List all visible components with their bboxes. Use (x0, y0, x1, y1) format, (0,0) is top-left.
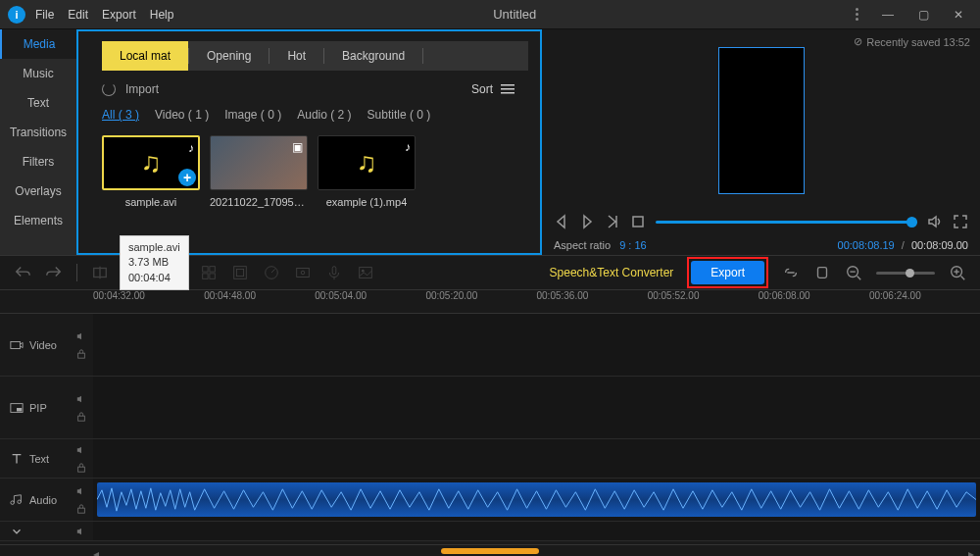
mute-icon[interactable] (76, 527, 86, 536)
menu-file[interactable]: File (35, 8, 54, 22)
svg-rect-18 (818, 268, 827, 278)
split-button[interactable] (91, 264, 109, 281)
chevron-down-icon[interactable] (10, 525, 24, 538)
progress-bar[interactable] (656, 221, 917, 224)
media-thumb-video[interactable]: ▣ 20211022_170955... (210, 135, 308, 208)
refresh-icon[interactable] (102, 82, 116, 96)
sidebar-item-music[interactable]: Music (0, 59, 76, 88)
track-body[interactable] (93, 377, 980, 438)
svg-rect-27 (77, 353, 84, 358)
audio-waveform[interactable] (97, 482, 976, 517)
window-close-button[interactable]: ✕ (945, 5, 972, 25)
lock-icon[interactable] (76, 412, 86, 422)
category-tab-local[interactable]: Local mat (102, 41, 188, 71)
menu-export[interactable]: Export (102, 8, 136, 22)
filter-image[interactable]: Image ( 0 ) (224, 108, 281, 122)
link-button[interactable] (782, 264, 800, 281)
sidebar-item-text[interactable]: Text (0, 88, 76, 118)
undo-button[interactable] (14, 264, 31, 281)
track-audio[interactable]: Audio (0, 479, 980, 522)
filter-audio[interactable]: Audio ( 2 ) (297, 108, 351, 122)
play-button[interactable] (579, 214, 595, 229)
picture-button[interactable] (357, 264, 374, 281)
fullscreen-icon[interactable] (953, 214, 968, 229)
scroll-right-icon[interactable]: ▸ (968, 547, 974, 556)
track-pip[interactable]: PIP (0, 377, 980, 439)
speed-button[interactable] (263, 264, 280, 281)
time-duration: 00:08:09.00 (911, 239, 968, 251)
category-tab-opening[interactable]: Opening (189, 41, 269, 71)
add-to-timeline-button[interactable]: + (178, 169, 196, 186)
sidebar: Media Music Text Transitions Filters Ove… (0, 29, 76, 255)
svg-point-14 (301, 271, 305, 275)
media-thumb-sample[interactable]: ♫ ♪ + sample.avi (102, 135, 200, 208)
window-minimize-button[interactable]: — (874, 5, 902, 25)
lock-icon[interactable] (76, 463, 86, 473)
speech-text-converter-button[interactable]: Speech&Text Converter (550, 266, 674, 279)
mute-icon[interactable] (76, 394, 86, 404)
category-tab-hot[interactable]: Hot (270, 41, 323, 71)
export-button[interactable]: Export (691, 261, 764, 284)
track-body[interactable] (93, 479, 980, 521)
filter-video[interactable]: Video ( 1 ) (155, 108, 209, 122)
check-icon: ⊘ (854, 35, 862, 48)
scroll-left-icon[interactable]: ◂ (93, 547, 99, 556)
voice-button[interactable] (325, 264, 343, 281)
saved-badge: ⊘ Recently saved 13:52 (854, 35, 970, 48)
horizontal-scrollbar[interactable]: ◂ ▸ (0, 544, 980, 556)
freeze-button[interactable] (231, 264, 249, 281)
import-button[interactable]: Import (125, 82, 159, 96)
sort-button[interactable]: Sort (471, 82, 516, 96)
zoom-button[interactable] (294, 264, 312, 281)
zoom-out-button[interactable] (845, 264, 862, 281)
media-thumb-example[interactable]: ♫ ♪ example (1).mp4 (318, 135, 416, 208)
filter-subtitle[interactable]: Subtitle ( 0 ) (368, 108, 431, 122)
lock-icon[interactable] (76, 349, 86, 359)
track-text[interactable]: Text (0, 439, 980, 479)
media-panel: Local mat Opening Hot Background Import … (76, 29, 542, 255)
next-button[interactable] (605, 214, 620, 229)
zoom-knob[interactable] (906, 269, 914, 278)
menu-help[interactable]: Help (150, 8, 174, 22)
mute-icon[interactable] (76, 331, 86, 341)
prev-button[interactable] (554, 214, 569, 229)
window-maximize-button[interactable]: ▢ (909, 5, 937, 25)
svg-rect-26 (11, 341, 21, 348)
zoom-slider[interactable] (876, 272, 935, 275)
sidebar-item-elements[interactable]: Elements (0, 206, 76, 235)
track-body[interactable] (93, 439, 980, 478)
svg-rect-31 (77, 467, 84, 472)
mute-icon[interactable] (76, 486, 86, 496)
timeline-ruler[interactable]: 00:04:32.00 00:04:48.00 00:05:04.00 00:0… (0, 290, 980, 314)
svg-rect-15 (332, 267, 336, 275)
filter-all[interactable]: All ( 3 ) (102, 108, 139, 122)
sidebar-item-overlays[interactable]: Overlays (0, 177, 76, 206)
redo-button[interactable] (45, 264, 63, 281)
mute-icon[interactable] (76, 445, 86, 455)
sidebar-item-transitions[interactable]: Transitions (0, 118, 76, 147)
mosaic-button[interactable] (200, 264, 218, 281)
marker-button[interactable] (813, 264, 831, 281)
lock-icon[interactable] (76, 504, 86, 514)
sidebar-item-media[interactable]: Media (0, 29, 76, 59)
svg-rect-30 (77, 416, 84, 421)
aspect-ratio-label: Aspect ratio (554, 239, 611, 251)
category-tab-background[interactable]: Background (324, 41, 422, 71)
zoom-in-button[interactable] (949, 264, 966, 281)
track-body[interactable] (93, 314, 980, 376)
track-body[interactable] (93, 522, 980, 540)
track-extra[interactable] (0, 522, 980, 541)
preview-screen[interactable] (718, 47, 805, 194)
track-head-extra (0, 522, 69, 540)
scrollbar-thumb[interactable] (441, 548, 539, 554)
window-more-icon[interactable] (856, 8, 858, 21)
progress-knob[interactable] (906, 217, 917, 227)
sidebar-item-filters[interactable]: Filters (0, 147, 76, 177)
camera-corner-icon: ▣ (292, 140, 303, 154)
track-video[interactable]: Video (0, 314, 980, 377)
aspect-ratio-value[interactable]: 9 : 16 (619, 239, 647, 251)
menu-edit[interactable]: Edit (68, 8, 88, 22)
menu-bar: File Edit Export Help (35, 8, 173, 22)
volume-icon[interactable] (927, 214, 943, 229)
stop-button[interactable] (630, 214, 646, 229)
